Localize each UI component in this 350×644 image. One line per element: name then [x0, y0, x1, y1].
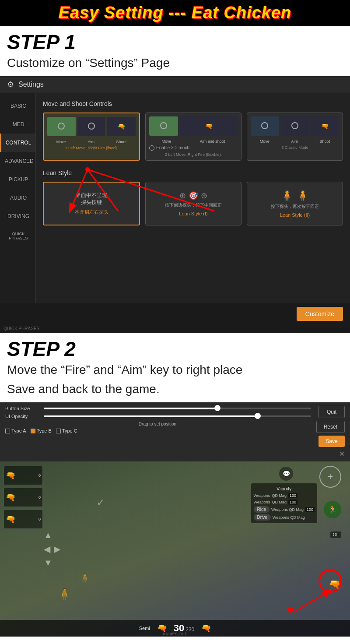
- weapons-label-2: Weapons: [254, 500, 270, 504]
- type-c-option[interactable]: Type C: [56, 428, 77, 433]
- game-world: 🔫 0 🔫 0 🔫 0 ▲ ◀ ▶ ▼ 🧍: [0, 461, 350, 637]
- ride-button[interactable]: Ride: [254, 506, 270, 513]
- step1-label: STEP 1: [7, 31, 343, 53]
- sidebar-item-driving[interactable]: DRIVING: [0, 207, 35, 225]
- shoot-label-3: Shoot: [320, 139, 330, 144]
- aim-btn-1: [77, 117, 106, 136]
- aim-circle-1: [88, 123, 95, 130]
- button-size-slider[interactable]: [44, 408, 311, 409]
- type-a-option[interactable]: Type A: [5, 428, 26, 433]
- sidebar-item-quick-phrases[interactable]: QUICK PHRASES: [0, 225, 35, 246]
- header-title: Easy Setting --- Eat Chicken: [5, 4, 345, 22]
- settings-title: Settings: [18, 81, 44, 88]
- bottom-weapon-bar: Semi 🔫 30 230 🔫 KNIVES OUT: [0, 620, 350, 637]
- ride-qty: 100: [305, 507, 315, 512]
- ride-row: Ride Weapons QD Mag 100: [254, 506, 315, 513]
- shoot-btn-3: 🔫: [311, 116, 339, 136]
- char-figure-1: 🧍: [57, 587, 72, 602]
- step2-description1: Move the “Fire” and “Aim” key to right p…: [7, 362, 343, 378]
- control-option-2[interactable]: 🔫 Move Aim and shoot Enable 3D Touch 2 L…: [145, 113, 242, 161]
- lean-options: 界面中不呈现探头按键 不开启左右探头 ⊕ 🎯 ⊕ 按下侧边探头，按下中间回正 L…: [43, 182, 343, 225]
- control-option-3[interactable]: 🔫 Move Aim Shoot 3 Classic Mode: [247, 113, 343, 161]
- lean-char-icon: 🧍: [280, 190, 294, 202]
- sidebar-item-audio[interactable]: AUDIO: [0, 189, 35, 207]
- close-icon[interactable]: ✕: [339, 450, 345, 458]
- aim-circle-3: [291, 122, 298, 129]
- ammo-reserve: 230: [186, 626, 194, 633]
- sidebar-item-basic[interactable]: BASIC: [0, 97, 35, 115]
- shoot-label-1: Shoot: [116, 140, 127, 144]
- drive-row: Drive Weapons QD Mag: [254, 514, 315, 521]
- move-btn-3: [251, 116, 279, 136]
- weapon-2-ammo: 0: [38, 495, 41, 500]
- weapon-3-ammo: 0: [38, 517, 41, 521]
- lean-label-1: 不开启左右探头: [75, 209, 108, 215]
- type-a-checkbox[interactable]: [5, 429, 10, 433]
- customize-button[interactable]: Customize: [297, 307, 343, 321]
- weapon-1-icon: 🔫: [6, 471, 15, 480]
- option2-desc: 2 Left Move, Right Fire (flexible).: [149, 152, 238, 157]
- quick-phrases-label: QUICK PHRASES: [4, 326, 39, 331]
- lean-char2-icon: 🧍: [296, 190, 309, 202]
- lean-option-2[interactable]: ⊕ 🎯 ⊕ 按下侧边探头，按下中间回正 Lean Style (I): [145, 182, 242, 225]
- weapons-label-1: Weapons: [254, 493, 270, 498]
- ui-opacity-label: UI Opacity: [5, 414, 40, 419]
- reset-button[interactable]: Reset: [316, 421, 345, 433]
- aim-gun-icon[interactable]: 🔫: [329, 579, 340, 590]
- lean-option-3[interactable]: 🧍 🧍 按下探头，再次按下回正 Lean Style (II): [247, 182, 343, 225]
- aim-btn-3: [281, 116, 309, 136]
- move-label-3: Move: [260, 139, 270, 144]
- weapon-slot-3[interactable]: 🔫 0: [4, 510, 43, 529]
- move-btn-1: [47, 117, 76, 136]
- weapons-row-1: Weapons QD Mag 100: [254, 493, 315, 498]
- jump-icon: 🏃: [328, 505, 337, 514]
- lean-option-1[interactable]: 界面中不呈现探头按键 不开启左右探头: [43, 182, 140, 225]
- gun-icon-2: 🔫: [205, 123, 213, 130]
- move-circle-3: [261, 122, 268, 129]
- header-banner: Easy Setting --- Eat Chicken: [0, 0, 350, 26]
- gear-icon: ⚙: [7, 80, 14, 89]
- lean-label-3: Lean Style (II): [280, 212, 310, 218]
- qty-2: 100: [288, 500, 298, 505]
- arrow-left-icon[interactable]: ◀: [44, 544, 50, 554]
- weapons-qd-1: QD Mag: [272, 493, 287, 498]
- move-label-1: Move: [56, 140, 66, 144]
- save-button[interactable]: Save: [318, 436, 345, 447]
- control-option-1[interactable]: 🔫 Move Aim Shoot 1 Left Move, Right Fire…: [43, 113, 140, 161]
- radio-3d[interactable]: [149, 145, 154, 151]
- drag-text: Drag to set position.: [5, 422, 311, 426]
- type-b-checkbox[interactable]: [31, 429, 35, 433]
- settings-sidebar: BASIC MED CONTROL ADVANCED PICKUP AUDIO: [0, 93, 36, 303]
- arrow-down-icon[interactable]: ▼: [44, 558, 60, 568]
- button-size-thumb[interactable]: [214, 405, 220, 411]
- sidebar-item-advanced[interactable]: ADVANCED: [0, 152, 35, 170]
- aim-shoot-label-2: Aim and shoot: [200, 139, 225, 144]
- arrow-up-icon[interactable]: ▲: [44, 530, 60, 540]
- ui-opacity-thumb[interactable]: [255, 413, 261, 419]
- sidebar-item-med[interactable]: MED: [0, 115, 35, 134]
- off-toggle[interactable]: Off: [330, 531, 341, 538]
- lean-icons-3: 🧍 🧍: [280, 190, 309, 202]
- arrow-right-icon[interactable]: ▶: [54, 544, 60, 554]
- ui-opacity-slider[interactable]: [44, 415, 311, 417]
- weapon-slot-1[interactable]: 🔫 0: [4, 466, 43, 485]
- lean-desc-3: 按下探头，再次按下回正: [271, 204, 319, 210]
- sidebar-item-pickup[interactable]: PICKUP: [0, 170, 35, 189]
- lean-right-icon: ⊕: [201, 191, 207, 201]
- button-size-label: Button Size: [5, 406, 40, 411]
- drive-button[interactable]: Drive: [254, 514, 271, 521]
- weapon-3-icon: 🔫: [6, 514, 15, 524]
- check-down[interactable]: ✓: [96, 496, 105, 509]
- drive-weapons: Weapons QD Mag: [273, 515, 305, 520]
- type-c-checkbox[interactable]: [56, 429, 61, 433]
- aim-label-3: Aim: [291, 139, 298, 144]
- weapon-slot-2[interactable]: 🔫 0: [4, 488, 43, 507]
- weapon-2-icon: 🔫: [6, 493, 15, 502]
- quit-button[interactable]: Quit: [318, 406, 345, 418]
- lean-chinese-1: 界面中不呈现探头按键: [76, 192, 107, 207]
- customize-row: Customize: [0, 303, 350, 324]
- lean-left-icon: ⊕: [179, 191, 186, 201]
- sidebar-item-control[interactable]: CONTROL: [0, 134, 35, 152]
- type-b-option[interactable]: Type B: [31, 428, 52, 433]
- crosshair-center: +: [328, 472, 333, 482]
